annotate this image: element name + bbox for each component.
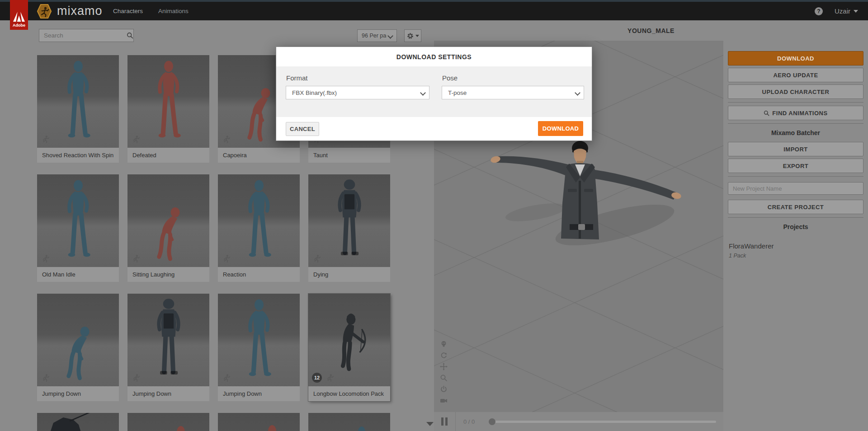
scroll-down-chevron[interactable]	[426, 422, 434, 426]
frame-counter: 0 / 0	[463, 418, 475, 425]
animation-title: Capoeira	[218, 148, 300, 163]
run-icon	[41, 135, 50, 144]
run-icon	[41, 374, 50, 382]
modal-header: DOWNLOAD SETTINGS	[276, 47, 592, 66]
animation-title: Shoved Reaction With Spin	[37, 148, 119, 163]
animation-card[interactable]: Jumping Down	[37, 294, 119, 401]
animation-card[interactable]: Shoved Reaction With Spin	[37, 55, 119, 163]
divider	[728, 217, 863, 218]
character-name: YOUNG_MALE	[627, 27, 675, 34]
animation-title: Jumping Down	[37, 386, 119, 401]
animation-thumbnail	[37, 55, 119, 148]
modal-body: Format Pose FBX Binary(.fbx) T-pose	[276, 66, 592, 117]
run-icon	[132, 254, 140, 263]
mixamo-logo-icon	[37, 4, 52, 19]
per-page-select[interactable]: 96 Per page	[358, 30, 396, 42]
animation-card[interactable]: Old Man Idle	[37, 174, 119, 282]
run-icon	[222, 374, 231, 382]
timeline-scrubber[interactable]	[492, 421, 716, 423]
pose-select[interactable]: T-pose	[442, 86, 584, 99]
user-menu[interactable]: Uzair	[835, 7, 858, 15]
mannequin-standing-figure	[52, 59, 105, 145]
modal-download-button[interactable]: DOWNLOAD	[538, 121, 583, 136]
aero-update-button[interactable]: AERO UPDATE	[728, 68, 863, 82]
divider	[728, 123, 863, 124]
animation-card-partial[interactable]	[127, 413, 209, 431]
animation-thumbnail	[308, 413, 390, 431]
find-animations-button[interactable]: FIND ANIMATIONS	[728, 106, 863, 120]
search-input[interactable]	[39, 32, 127, 39]
format-select-wrap: FBX Binary(.fbx)	[286, 86, 429, 99]
run-icon	[222, 135, 231, 144]
pause-button[interactable]	[441, 417, 448, 426]
download-button[interactable]: DOWNLOAD	[728, 51, 863, 66]
animation-thumbnail	[218, 174, 300, 267]
camera-icon[interactable]	[440, 397, 448, 404]
animation-card-partial[interactable]	[218, 413, 300, 431]
adobe-label: Adobe	[13, 23, 25, 28]
run-icon	[312, 254, 321, 263]
animation-card[interactable]: Jumping Down	[127, 294, 209, 401]
animation-thumbnail	[127, 55, 209, 148]
divider	[728, 176, 863, 177]
animation-card[interactable]: Defeated	[127, 55, 209, 163]
animation-card[interactable]: Dying	[308, 174, 390, 282]
run-icon	[222, 254, 231, 263]
run-icon	[41, 254, 50, 263]
import-button[interactable]: IMPORT	[728, 142, 863, 156]
upload-character-button[interactable]: UPLOAD CHARACTER	[728, 84, 863, 99]
animation-thumbnail	[308, 174, 390, 267]
animation-thumbnail	[37, 413, 119, 431]
search-icon[interactable]	[127, 32, 133, 39]
right-sidebar: DOWNLOAD AERO UPDATE UPLOAD CHARACTER FI…	[723, 41, 868, 431]
skeleton-toggle-icon[interactable]	[440, 340, 448, 348]
animation-title: Jumping Down	[127, 386, 209, 401]
animation-card[interactable]: Sitting Laughing	[127, 174, 209, 282]
create-project-button[interactable]: CREATE PROJECT	[728, 200, 863, 214]
animation-thumbnail	[127, 294, 209, 386]
modal-title: DOWNLOAD SETTINGS	[396, 53, 472, 61]
animation-card-partial[interactable]	[37, 413, 119, 431]
soldier-figure-partial	[37, 413, 119, 431]
animation-thumbnail	[218, 294, 300, 386]
new-project-input[interactable]	[728, 182, 863, 195]
cancel-button[interactable]: CANCEL	[286, 122, 319, 136]
settings-gear-button[interactable]	[404, 29, 421, 42]
format-select[interactable]: FBX Binary(.fbx)	[286, 86, 429, 99]
mannequin-head-partial	[127, 413, 209, 431]
animation-card-partial[interactable]	[308, 413, 390, 431]
pan-move-icon[interactable]	[440, 363, 448, 370]
mannequin-crouching-figure	[52, 305, 105, 386]
export-button[interactable]: EXPORT	[728, 159, 863, 173]
project-name: FloraWanderer	[729, 242, 868, 250]
brand-name: mixamo	[57, 4, 103, 18]
mixamo-brand[interactable]: mixamo	[37, 2, 103, 20]
tab-animations[interactable]: Animations	[158, 8, 189, 14]
zoom-icon[interactable]	[440, 374, 448, 382]
run-icon	[132, 135, 140, 144]
adobe-logo[interactable]: Adobe	[10, 0, 28, 30]
scrubber-handle[interactable]	[489, 418, 495, 425]
gear-icon	[407, 33, 414, 39]
viewport-header: YOUNG_MALE	[434, 20, 868, 41]
animation-thumbnail	[37, 174, 119, 267]
tab-characters[interactable]: Characters	[113, 8, 143, 14]
animation-card[interactable]: Jumping Down	[218, 294, 300, 401]
mannequin-standing-figure	[232, 297, 286, 383]
character-model	[479, 136, 687, 258]
animation-thumbnail	[218, 413, 300, 431]
mannequin-standing-figure	[232, 178, 286, 264]
nav-tabs: Characters Animations	[113, 2, 189, 20]
power-icon[interactable]	[440, 385, 448, 393]
chevron-down-icon	[415, 35, 419, 37]
animation-thumbnail	[127, 413, 209, 431]
animation-card[interactable]: Reaction	[218, 174, 300, 282]
animation-card-selected[interactable]: 12 Longbow Locomotion Pack	[308, 294, 390, 401]
mannequin-head-partial	[218, 413, 300, 431]
mannequin-crouching-figure	[142, 186, 195, 267]
help-icon[interactable]: ?	[815, 7, 823, 15]
mannequin-standing-figure	[142, 59, 195, 145]
projects-title: Projects	[723, 223, 868, 230]
project-item[interactable]: FloraWanderer 1 Pack	[729, 242, 868, 259]
reset-rotation-icon[interactable]	[440, 351, 448, 359]
